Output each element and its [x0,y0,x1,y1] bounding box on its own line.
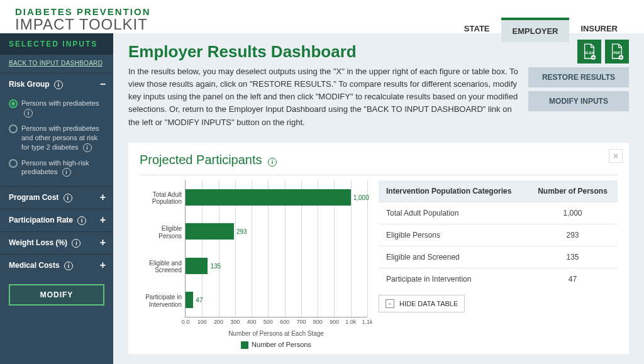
main-tabs: STATE EMPLOYER INSURER [453,18,629,42]
chart-bar [186,258,208,274]
chart-bar [186,292,193,308]
table-row: Eligible and Screened135 [379,246,618,268]
table-header: Intervention Population Categories [379,180,528,202]
info-icon[interactable] [69,238,80,247]
modify-button[interactable]: MODIFY [9,284,104,306]
x-tick: 200 [214,317,223,325]
hide-data-table-button[interactable]: - HIDE DATA TABLE [379,295,465,312]
section-weight-loss[interactable]: Weight Loss (%) + [0,232,113,254]
sidebar-title: SELECTED INPUTS [0,33,113,55]
x-tick: 100 [197,317,207,325]
info-icon[interactable] [21,109,33,116]
expand-icon: + [100,260,106,271]
file-xlsx-icon: XLSX+ [582,43,596,60]
right-actions: XLSX+ PDF+ RESTORE RESULTS MODIFY INPUTS [528,42,629,129]
panel-title: Projected Participants [140,153,618,167]
category-label: Eligible Persons [140,225,186,240]
risk-group-options: Persons with prediabetes Persons with pr… [0,96,113,186]
expand-icon: + [100,192,106,203]
main-content: Employer Results Dashboard In the result… [113,33,644,364]
bar-value-label: 293 [236,228,247,235]
close-panel-button[interactable]: × [609,149,623,163]
table-cell: 135 [528,246,618,268]
download-xlsx-button[interactable]: XLSX+ [577,40,601,63]
data-table: Intervention Population Categories Numbe… [379,180,618,290]
info-icon[interactable] [75,216,86,224]
x-tick: 300 [230,317,240,325]
category-label: Eligible and Screened [140,260,186,274]
svg-text:XLSX: XLSX [585,51,594,55]
header: DIABETES PREVENTION IMPACT TOOLKIT STATE… [0,0,644,33]
table-row: Participate in Intervention47 [379,268,618,290]
chart-bar [186,223,234,240]
bar-value-label: 135 [210,262,221,269]
category-label: Total Adult Population [140,191,186,206]
radio-label: Persons with high-risk prediabetes [21,159,89,176]
section-label: Medical Costs [9,261,60,270]
x-tick: 500 [264,317,273,325]
table-cell: Eligible Persons [379,224,528,246]
tab-employer[interactable]: EMPLOYER [501,18,570,42]
x-tick: 1.1k [362,317,372,325]
section-program-cost[interactable]: Program Cost + [0,187,113,209]
section-label: Participation Rate [9,216,73,224]
section-participation-rate[interactable]: Participation Rate + [0,209,113,231]
x-tick: 1.0k [345,317,356,325]
table-row: Eligible Persons293 [379,224,618,246]
bar-value-label: 1,000 [353,194,369,201]
x-tick: 600 [280,317,289,325]
radio-icon [9,124,18,133]
info-icon[interactable] [60,168,71,175]
section-label: Risk Group [9,80,50,89]
projected-participants-panel: × Projected Participants 0.0100200300400… [128,143,629,354]
file-pdf-icon: PDF+ [610,43,624,60]
collapse-icon: − [100,79,106,90]
x-tick: 800 [313,317,323,325]
radio-prediabetes[interactable]: Persons with prediabetes [9,96,104,121]
section-label: Program Cost [9,193,58,202]
section-label: Weight Loss (%) [9,238,67,247]
expand-icon: + [100,237,106,248]
section-risk-group[interactable]: Risk Group − [0,74,113,96]
svg-text:+: + [592,55,594,60]
radio-high-risk[interactable]: Persons with high-risk prediabetes [9,155,104,180]
modify-inputs-button[interactable]: MODIFY INPUTS [528,91,629,111]
chart-bar [186,189,351,206]
table-row: Total Adult Population1,000 [379,202,618,224]
section-medical-costs[interactable]: Medical Costs + [0,255,113,277]
table-cell: Eligible and Screened [379,246,528,268]
table-cell: 1,000 [528,202,618,224]
expand-icon: + [100,214,106,226]
info-icon[interactable] [61,193,72,202]
x-tick: 700 [296,317,306,325]
category-label: Participate in Intervention [140,294,186,308]
svg-text:+: + [619,55,622,60]
table-cell: 293 [528,224,618,246]
chart-xlabel: Number of Persons at Each Stage [185,330,367,337]
table-header: Number of Persons [528,180,618,202]
data-table-wrap: Intervention Population Categories Numbe… [379,180,618,349]
x-tick: 0.0 [182,317,190,325]
back-to-input-link[interactable]: BACK TO INPUT DASHBOARD [0,55,113,73]
restore-results-button[interactable]: RESTORE RESULTS [528,67,629,87]
tab-state[interactable]: STATE [453,18,501,42]
x-tick: 400 [247,317,257,325]
sidebar: SELECTED INPUTS BACK TO INPUT DASHBOARD … [0,33,113,364]
info-icon[interactable] [52,80,63,89]
info-icon[interactable] [62,261,73,270]
radio-prediabetes-risk[interactable]: Persons with prediabetes and other perso… [9,121,104,155]
info-icon[interactable] [265,153,277,167]
tab-insurer[interactable]: INSURER [569,18,629,42]
svg-text:PDF: PDF [614,51,621,55]
hide-table-label: HIDE DATA TABLE [399,300,458,307]
bar-value-label: 47 [196,297,203,304]
projected-participants-chart: 0.01002003004005006007008009001.0k1.1k1,… [140,180,367,349]
page-intro: In the results below, you may deselect o… [128,65,518,129]
minus-icon: - [386,299,394,308]
radio-label: Persons with prediabetes [21,99,99,107]
download-pdf-button[interactable]: PDF+ [605,40,629,63]
info-icon[interactable] [80,143,92,151]
chart-legend: Number of Persons [185,341,367,349]
legend-swatch [241,341,248,349]
radio-icon [9,159,18,168]
